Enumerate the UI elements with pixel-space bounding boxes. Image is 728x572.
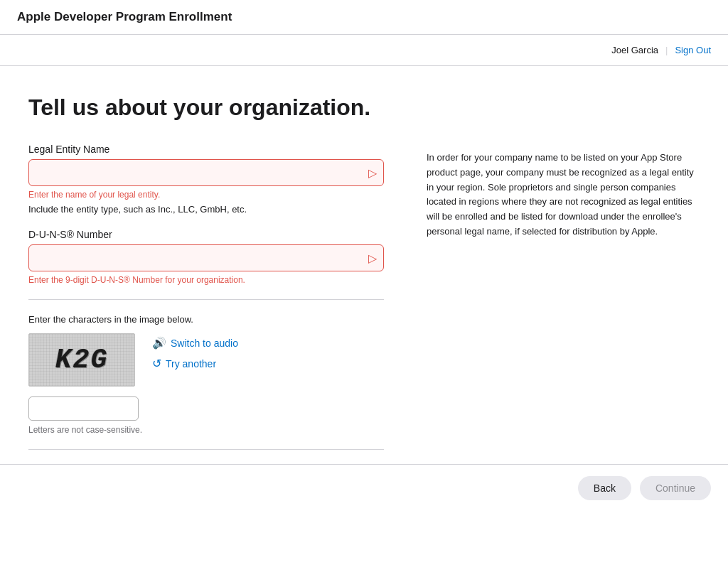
- duns-input[interactable]: [28, 244, 384, 271]
- duns-field-group: D-U-N-S® Number ▷ Enter the 9-digit D-U-…: [28, 229, 384, 285]
- legal-entity-helper: Include the entity type, such as Inc., L…: [28, 204, 384, 215]
- try-another-label: Try another: [166, 358, 216, 369]
- two-col-layout: Legal Entity Name ▷ Enter the name of yo…: [28, 144, 700, 450]
- captcha-image: K2G: [28, 333, 135, 387]
- captcha-case-note: Letters are not case-sensitive.: [28, 425, 384, 435]
- page-heading: Tell us about your organization.: [28, 95, 700, 121]
- main-content: Tell us about your organization. Legal E…: [0, 66, 728, 464]
- captcha-label: Enter the characters in the image below.: [28, 314, 384, 325]
- captcha-row: K2G 🔊 Switch to audio ↺ Try another: [28, 333, 384, 387]
- legal-entity-error: Enter the name of your legal entity.: [28, 190, 384, 200]
- legal-entity-input[interactable]: [28, 159, 384, 186]
- legal-entity-field-group: Legal Entity Name ▷ Enter the name of yo…: [28, 144, 384, 215]
- switch-audio-label: Switch to audio: [171, 338, 238, 349]
- app-title: Apple Developer Program Enrollment: [17, 10, 232, 24]
- try-another-button[interactable]: ↺ Try another: [152, 357, 238, 370]
- duns-error: Enter the 9-digit D-U-N-S® Number for yo…: [28, 275, 384, 285]
- bottom-nav: Back Continue: [0, 464, 728, 512]
- info-text: In order for your company name to be lis…: [427, 151, 700, 239]
- back-button[interactable]: Back: [578, 476, 631, 500]
- username-label: Joel Garcia: [611, 45, 658, 55]
- continue-button[interactable]: Continue: [640, 476, 711, 500]
- legal-entity-label: Legal Entity Name: [28, 144, 384, 155]
- captcha-section: Enter the characters in the image below.…: [28, 314, 384, 435]
- duns-label: D-U-N-S® Number: [28, 229, 384, 240]
- captcha-text: K2G: [55, 345, 108, 375]
- app-header: Apple Developer Program Enrollment: [0, 0, 728, 35]
- captcha-divider-top: [28, 299, 384, 300]
- duns-input-wrapper: ▷: [28, 244, 384, 271]
- captcha-divider-bottom: [28, 449, 384, 450]
- user-bar-divider: |: [665, 45, 668, 55]
- captcha-actions: 🔊 Switch to audio ↺ Try another: [152, 333, 238, 370]
- audio-icon: 🔊: [152, 336, 166, 350]
- user-bar: Joel Garcia | Sign Out: [0, 35, 728, 66]
- switch-audio-button[interactable]: 🔊 Switch to audio: [152, 336, 238, 350]
- right-column: In order for your company name to be lis…: [427, 144, 700, 450]
- legal-entity-input-wrapper: ▷: [28, 159, 384, 186]
- captcha-input[interactable]: [28, 396, 139, 421]
- sign-out-link[interactable]: Sign Out: [675, 45, 711, 55]
- refresh-icon: ↺: [152, 357, 161, 370]
- left-column: Legal Entity Name ▷ Enter the name of yo…: [28, 144, 384, 450]
